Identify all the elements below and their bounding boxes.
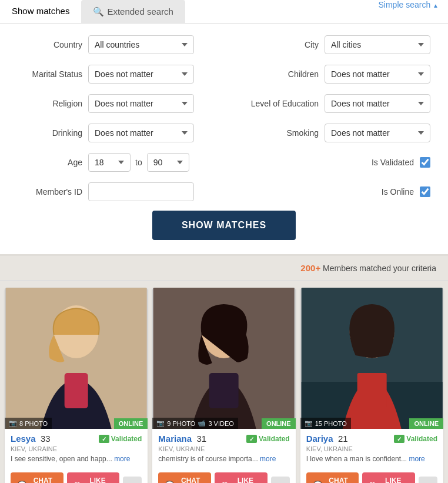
member-location: KIEV, UKRAINE [158, 445, 289, 452]
education-select[interactable]: Does not matter [325, 94, 430, 113]
member-card: 📷 8 PHOTO ONLINE Lesya 33 Validated KIEV… [5, 288, 148, 483]
chat-icon: 💬 [165, 481, 174, 483]
city-select[interactable]: All cities [325, 35, 430, 54]
member-age: 33 [41, 434, 51, 444]
form-group-online: Is Online [224, 186, 430, 197]
validated-badge: Validated [246, 435, 290, 443]
card-name-row: Dariya 21 Validated [306, 434, 437, 444]
form-row-drinking-smoking: Drinking Does not matter Smoking Does no… [18, 124, 430, 142]
form-row-religion-education: Religion Does not matter Level of Educat… [18, 94, 430, 113]
form-group-marital: Marital Status Does not matter [18, 65, 224, 84]
members-cards-row: 📷 8 PHOTO ONLINE Lesya 33 Validated KIEV… [0, 281, 448, 483]
memberid-input[interactable] [88, 182, 194, 201]
show-matches-button[interactable]: SHOW MATCHES [152, 211, 296, 240]
form-row-memberid-online: Member's ID Is Online [18, 182, 430, 201]
validated-icon [99, 435, 109, 443]
tab-extended-search[interactable]: 🔍 Extended search [81, 0, 185, 23]
like-button[interactable]: ❤ LIKE HER [362, 472, 415, 483]
chat-button[interactable]: 💬 CHAT NOW! [158, 472, 211, 483]
bio-more-link[interactable]: more [409, 455, 424, 463]
age-from-select[interactable]: 18 [88, 153, 131, 172]
member-age: 31 [196, 434, 206, 444]
validated-label: Is Validated [355, 158, 414, 167]
marital-label: Marital Status [18, 69, 82, 79]
svg-rect-2 [65, 373, 88, 408]
photo-badge: 📷 15 PHOTO [300, 418, 351, 429]
country-select[interactable]: All countries [88, 35, 194, 54]
religion-label: Religion [18, 99, 82, 108]
is-online-checkbox[interactable] [420, 186, 430, 197]
form-row-country-city: Country All countries City All cities [18, 35, 430, 54]
submit-row: SHOW MATCHES [18, 211, 430, 240]
form-group-age: Age 18 to 90 [18, 153, 224, 172]
chat-icon: 💬 [18, 481, 26, 483]
form-group-drinking: Drinking Does not matter [18, 124, 224, 142]
card-info: Mariana 31 Validated KIEV, UKRAINE chemi… [152, 429, 295, 469]
member-location: KIEV, UKRAINE [306, 445, 437, 452]
card-info: Lesya 33 Validated KIEV, UKRAINE I see s… [5, 429, 148, 469]
religion-select[interactable]: Does not matter [88, 94, 194, 113]
marital-select[interactable]: Does not matter [88, 65, 194, 84]
like-button[interactable]: ❤ LIKE HER [67, 472, 120, 483]
online-label: Is Online [355, 187, 414, 196]
simple-search-link[interactable]: Simple search [379, 0, 439, 9]
card-name-row: Lesya 33 Validated [11, 434, 142, 444]
card-actions: 💬 CHAT NOW! ❤ LIKE HER ▼ [5, 469, 148, 483]
more-button[interactable]: ▼ [419, 477, 437, 483]
validated-checkbox-wrap [420, 157, 430, 168]
drinking-select[interactable]: Does not matter [88, 124, 194, 142]
chat-icon: 💬 [313, 481, 322, 483]
age-to-label: to [135, 158, 142, 167]
online-badge: ONLINE [409, 418, 443, 429]
svg-rect-5 [209, 373, 239, 408]
tabs-bar: Show matches 🔍 Extended search Simple se… [0, 0, 448, 24]
more-button[interactable]: ▼ [123, 477, 142, 483]
card-actions: 💬 CHAT NOW! ❤ LIKE HER ▼ [152, 469, 295, 483]
tab-show-matches[interactable]: Show matches [0, 0, 81, 23]
online-badge: ONLINE [114, 418, 148, 429]
validated-badge: Validated [99, 435, 142, 443]
country-label: Country [18, 40, 82, 49]
member-name[interactable]: Mariana [158, 434, 192, 444]
like-button[interactable]: ❤ LIKE HER [215, 472, 268, 483]
photo-badge: 📷 8 PHOTO [5, 418, 52, 429]
age-range: 18 to 90 [88, 153, 189, 172]
member-bio: I see sensitive, open and happ... more [11, 455, 142, 463]
smoking-select[interactable]: Does not matter [325, 124, 430, 142]
form-group-memberid: Member's ID [18, 182, 224, 201]
member-bio: chemistry is of course importa... more [158, 455, 289, 463]
is-validated-checkbox[interactable] [420, 157, 430, 168]
form-row-marital-children: Marital Status Does not matter Children … [18, 65, 430, 84]
member-bio: I love when a man is confident... more [306, 455, 437, 463]
form-group-country: Country All countries [18, 35, 224, 54]
person-photo [5, 288, 148, 429]
member-name[interactable]: Dariya [306, 434, 333, 444]
education-label: Level of Education [242, 99, 319, 108]
photo-badge: 📷 9 PHOTO 📹 3 VIDEO [152, 418, 238, 429]
card-info: Dariya 21 Validated KIEV, UKRAINE I love… [300, 429, 443, 469]
results-header: 200+ Members matched your criteria [0, 256, 448, 281]
form-group-religion: Religion Does not matter [18, 94, 224, 113]
member-age: 21 [338, 434, 348, 444]
bio-more-link[interactable]: more [114, 455, 130, 463]
bio-more-link[interactable]: more [260, 455, 276, 463]
form-row-age-validated: Age 18 to 90 Is Validated [18, 153, 430, 172]
children-select[interactable]: Does not matter [325, 65, 430, 84]
age-to-select[interactable]: 90 [147, 153, 189, 172]
heart-icon: ❤ [369, 481, 375, 483]
chat-button[interactable]: 💬 CHAT NOW! [306, 472, 359, 483]
card-photo: 📷 15 PHOTO ONLINE [300, 288, 443, 429]
children-label: Children [272, 69, 319, 79]
more-button[interactable]: ▼ [271, 477, 290, 483]
age-label: Age [18, 158, 82, 167]
heart-icon: ❤ [222, 481, 228, 483]
simple-search-label: Simple search [379, 0, 431, 9]
camera-icon: 📷 [156, 419, 165, 427]
form-group-city: City All cities [224, 35, 430, 54]
member-card: 📷 15 PHOTO ONLINE Dariya 21 Validated KI… [300, 288, 443, 483]
chat-button[interactable]: 💬 CHAT NOW! [11, 472, 63, 483]
online-checkbox-wrap [420, 186, 430, 197]
member-location: KIEV, UKRAINE [11, 445, 142, 452]
person-photo [152, 288, 295, 429]
member-name[interactable]: Lesya [11, 434, 36, 444]
